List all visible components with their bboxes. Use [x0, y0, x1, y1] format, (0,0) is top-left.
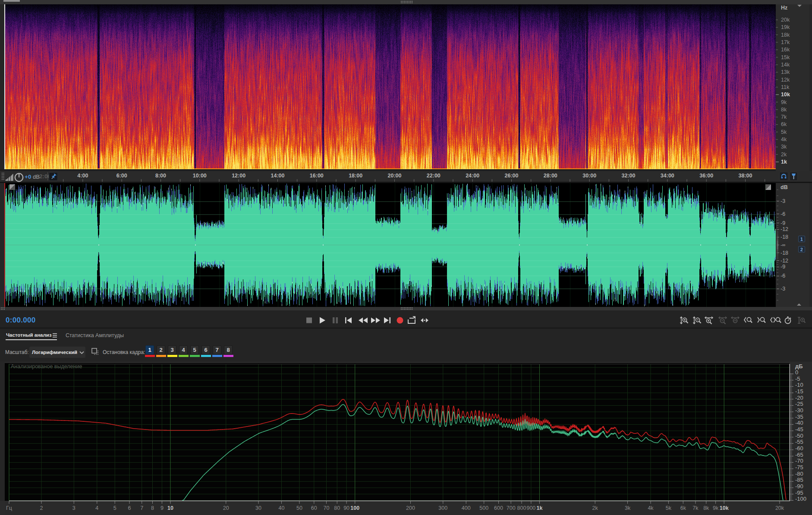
- svg-text:12:00: 12:00: [232, 173, 245, 179]
- svg-text:-6: -6: [781, 273, 785, 279]
- svg-text:5: 5: [113, 505, 116, 511]
- svg-text:7k: 7k: [692, 505, 699, 511]
- svg-text:Анализированое выделение: Анализированое выделение: [11, 363, 82, 370]
- svg-text:-20: -20: [795, 395, 803, 401]
- svg-text:17k: 17k: [781, 39, 790, 45]
- svg-text:8k: 8k: [703, 505, 709, 511]
- svg-text:-50: -50: [795, 433, 803, 439]
- svg-text:-18: -18: [781, 234, 788, 240]
- svg-text:70: 70: [323, 505, 329, 511]
- svg-text:400: 400: [462, 505, 471, 511]
- svg-text:40: 40: [279, 505, 285, 511]
- svg-text:80: 80: [334, 505, 340, 511]
- svg-text:12k: 12k: [781, 77, 790, 83]
- svg-text:300: 300: [438, 505, 447, 511]
- svg-text:-30: -30: [795, 407, 803, 414]
- svg-text:10: 10: [167, 505, 173, 511]
- svg-text:14k: 14k: [781, 62, 790, 68]
- svg-text:9: 9: [161, 505, 164, 511]
- svg-text:26:00: 26:00: [505, 173, 519, 179]
- svg-text:-12: -12: [781, 226, 788, 232]
- svg-text:10k: 10k: [781, 92, 790, 98]
- svg-text:6: 6: [128, 505, 131, 511]
- svg-text:6:00: 6:00: [116, 173, 127, 179]
- svg-text:8: 8: [151, 505, 154, 511]
- svg-text:7: 7: [140, 505, 143, 511]
- svg-text:-80: -80: [795, 471, 803, 477]
- svg-text:22:00: 22:00: [427, 173, 441, 179]
- svg-text:-10: -10: [795, 382, 803, 388]
- svg-text:3: 3: [72, 505, 76, 511]
- svg-text:4:00: 4:00: [77, 173, 88, 179]
- svg-text:20:00: 20:00: [388, 173, 402, 179]
- svg-text:-18: -18: [781, 250, 788, 256]
- svg-text:4k: 4k: [648, 505, 654, 511]
- svg-text:-5: -5: [795, 376, 800, 382]
- svg-text:34:00: 34:00: [661, 173, 674, 179]
- svg-text:13k: 13k: [781, 69, 790, 75]
- svg-text:50: 50: [296, 505, 302, 511]
- svg-text:Hz: Hz: [781, 5, 787, 11]
- svg-text:60: 60: [311, 505, 317, 511]
- svg-text:-3: -3: [781, 286, 785, 292]
- svg-text:700: 700: [507, 505, 516, 511]
- svg-text:10:00: 10:00: [193, 173, 207, 179]
- svg-text:36:00: 36:00: [699, 173, 713, 179]
- svg-text:100: 100: [350, 505, 359, 511]
- svg-text:3k: 3k: [625, 505, 631, 511]
- svg-text:-25: -25: [795, 401, 803, 407]
- svg-text:20: 20: [223, 505, 229, 511]
- svg-text:20k: 20k: [781, 17, 790, 23]
- svg-text:-9: -9: [781, 264, 785, 270]
- svg-text:28:00: 28:00: [544, 173, 557, 179]
- svg-text:4: 4: [95, 505, 98, 511]
- svg-text:-55: -55: [795, 439, 803, 445]
- svg-text:30: 30: [255, 505, 261, 511]
- svg-text:-15: -15: [795, 388, 803, 395]
- svg-text:900: 900: [526, 505, 535, 511]
- svg-text:7k: 7k: [781, 114, 787, 120]
- svg-text:18:00: 18:00: [349, 173, 362, 179]
- svg-text:11k: 11k: [781, 84, 790, 90]
- svg-text:9k: 9k: [781, 99, 787, 105]
- svg-text:38:00: 38:00: [739, 173, 752, 179]
- svg-text:16k: 16k: [781, 47, 790, 53]
- svg-text:-9: -9: [781, 220, 785, 226]
- svg-text:24:00: 24:00: [466, 173, 479, 179]
- svg-text:-90: -90: [795, 483, 803, 490]
- svg-text:800: 800: [517, 505, 526, 511]
- svg-text:-45: -45: [795, 426, 803, 433]
- svg-text:2k: 2k: [592, 505, 598, 511]
- svg-text:дБ: дБ: [795, 363, 803, 370]
- svg-text:9k: 9k: [713, 505, 719, 511]
- svg-text:-60: -60: [795, 445, 803, 452]
- svg-text:-85: -85: [795, 477, 803, 483]
- svg-text:-70: -70: [795, 458, 803, 464]
- svg-text:1k: 1k: [781, 159, 787, 165]
- svg-text:6k: 6k: [781, 121, 787, 127]
- svg-text:14:00: 14:00: [271, 173, 285, 179]
- svg-text:15k: 15k: [781, 54, 790, 60]
- svg-text:4k: 4k: [781, 136, 787, 142]
- svg-text:Гц: Гц: [6, 505, 12, 511]
- svg-text:dB: dB: [781, 184, 788, 190]
- svg-text:-35: -35: [795, 414, 803, 420]
- svg-text:-3: -3: [781, 198, 785, 204]
- svg-text:-40: -40: [795, 420, 803, 426]
- svg-text:5k: 5k: [666, 505, 672, 511]
- svg-text:32:00: 32:00: [622, 173, 636, 179]
- svg-text:500: 500: [479, 505, 488, 511]
- svg-text:10k: 10k: [720, 505, 729, 511]
- svg-text:16:00: 16:00: [310, 173, 324, 179]
- svg-text:19k: 19k: [781, 24, 790, 30]
- svg-text:2: 2: [40, 505, 43, 511]
- svg-text:-100: -100: [795, 496, 806, 502]
- svg-text:18k: 18k: [781, 32, 790, 38]
- svg-text:6k: 6k: [680, 505, 686, 511]
- svg-text:90: 90: [343, 505, 349, 511]
- svg-text:-12: -12: [781, 258, 788, 264]
- svg-text:8k: 8k: [781, 107, 787, 113]
- svg-text:-75: -75: [795, 464, 803, 471]
- svg-text:3k: 3k: [781, 144, 787, 150]
- svg-text:-95: -95: [795, 490, 803, 496]
